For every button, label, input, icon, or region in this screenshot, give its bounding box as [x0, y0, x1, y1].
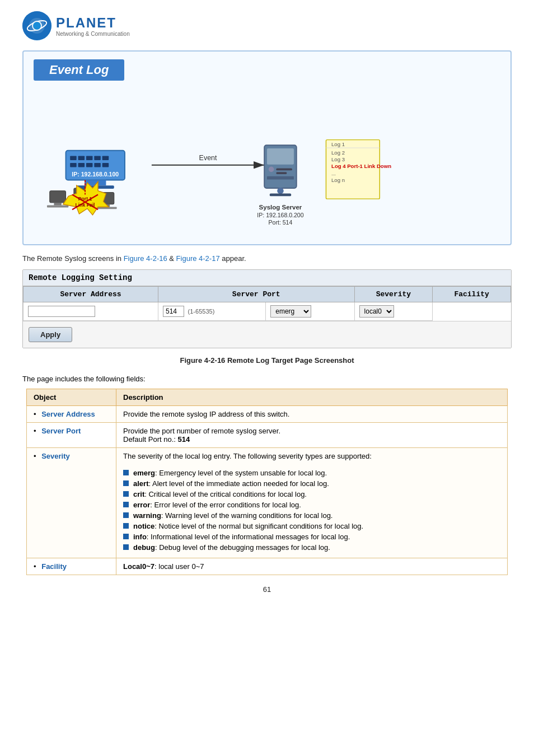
svg-text:...: ... — [331, 170, 336, 176]
fig-link-16[interactable]: Figure 4-2-16 — [124, 254, 167, 263]
obj-col-header: Object — [27, 389, 116, 406]
severity-crit-text: crit: Critical level of the critical con… — [133, 490, 307, 498]
server-address-input[interactable] — [28, 306, 95, 317]
page-number: 61 — [22, 585, 512, 594]
svg-text:Log n: Log n — [331, 177, 345, 183]
logo-area: PLANET Networking & Communication — [22, 11, 512, 40]
svg-rect-16 — [78, 156, 85, 160]
svg-rect-34 — [276, 168, 292, 170]
svg-rect-22 — [86, 163, 93, 167]
obj-cell: • Facility — [27, 558, 116, 575]
svg-point-37 — [277, 188, 284, 194]
severity-intro: The severity of the local log entry. The… — [123, 452, 372, 460]
svg-text:Log 2: Log 2 — [331, 150, 345, 156]
col-facility: Facility — [433, 287, 511, 302]
svg-rect-21 — [78, 163, 85, 167]
svg-rect-15 — [70, 156, 77, 160]
bullet-dot: • — [34, 410, 36, 418]
svg-text:IP: 192.168.0.100: IP: 192.168.0.100 — [72, 171, 119, 178]
default-port-text: Default Port no.: 514 — [123, 435, 190, 444]
desc-text-cell: Provide the port number of remote syslog… — [123, 427, 280, 435]
obj-name: Facility — [41, 562, 67, 571]
col-server-port: Server Port — [158, 287, 354, 302]
svg-text:Syslog Server: Syslog Server — [259, 204, 302, 211]
bullet-square-icon — [123, 480, 129, 486]
obj-cell: • Server Address — [27, 406, 116, 423]
remote-logging-box: Remote Logging Setting Server Address Se… — [22, 269, 512, 348]
diagram-svg: IP: 192.168.0.100 Event — [34, 88, 500, 234]
svg-rect-33 — [269, 167, 274, 172]
svg-rect-7 — [47, 206, 68, 208]
svg-text:Port 1: Port 1 — [78, 196, 92, 202]
severity-error-text: error: Error level of the error conditio… — [133, 501, 301, 509]
desc-col-header: Description — [116, 389, 508, 406]
facility-cell: local0 local1 local2 local3 local4 local… — [354, 302, 433, 321]
bullet-square-icon — [123, 512, 129, 518]
apply-row: Apply — [23, 321, 511, 348]
svg-rect-18 — [94, 156, 101, 160]
remote-logging-table: Server Address Server Port Severity Faci… — [23, 286, 511, 321]
svg-text:Log 4 Port-1 Link Down: Log 4 Port-1 Link Down — [331, 163, 391, 169]
desc-cell: The severity of the local log entry. The… — [116, 448, 508, 558]
severity-item-crit: crit: Critical level of the critical con… — [123, 490, 500, 498]
bullet-square-icon — [123, 491, 129, 497]
object-description-table: Object Description • Server Address Prov… — [26, 389, 508, 575]
severity-item-error: error: Error level of the error conditio… — [123, 501, 500, 509]
svg-text:Port: 514: Port: 514 — [269, 219, 293, 226]
severity-debug-text: debug: Debug level of the debugging mess… — [133, 543, 330, 552]
obj-cell: • Server Port — [27, 423, 116, 448]
severity-item-debug: debug: Debug level of the debugging mess… — [123, 543, 500, 552]
severity-item-alert: alert: Alert level of the immediate acti… — [123, 479, 500, 488]
bullet-dot: • — [34, 427, 36, 435]
svg-text:Link Fail: Link Fail — [76, 202, 95, 208]
server-port-cell: (1-65535) — [158, 302, 265, 321]
svg-rect-36 — [267, 176, 294, 180]
server-address-cell — [24, 302, 158, 321]
server-port-input[interactable] — [163, 306, 184, 317]
desc-text-cell: Provide the remote syslog IP address of … — [123, 410, 289, 418]
table-row: • Server Address Provide the remote sysl… — [27, 406, 508, 423]
svg-text:Event: Event — [199, 154, 217, 162]
svg-text:Log 3: Log 3 — [331, 156, 345, 162]
svg-rect-5 — [50, 191, 66, 203]
svg-rect-24 — [102, 163, 109, 167]
svg-rect-23 — [94, 163, 101, 167]
bullet-dot: • — [34, 562, 36, 571]
desc-cell: Provide the remote syslog IP address of … — [116, 406, 508, 423]
bullet-square-icon — [123, 502, 129, 507]
severity-info-text: info: Informational level of the informa… — [133, 533, 350, 541]
severity-item-warning: warning: Warning level of the warning co… — [123, 511, 500, 520]
logo-text: PLANET Networking & Communication — [56, 15, 130, 37]
facility-select[interactable]: local0 local1 local2 local3 local4 local… — [359, 305, 394, 318]
apply-button[interactable]: Apply — [29, 327, 72, 342]
fields-intro: The page includes the following fields: — [22, 375, 512, 383]
severity-select[interactable]: emerg alert crit error warning notice in… — [270, 305, 311, 318]
obj-name: Server Port — [41, 427, 81, 435]
svg-rect-20 — [70, 163, 77, 167]
svg-rect-32 — [267, 148, 294, 165]
event-log-title: Event Log — [34, 59, 124, 81]
event-log-box: Event Log — [22, 50, 512, 245]
fig-link-17[interactable]: Figure 4-2-17 — [176, 254, 220, 263]
svg-text:Log 1: Log 1 — [331, 141, 345, 147]
svg-rect-35 — [276, 172, 287, 174]
desc-text: The Remote Syslog screens in Figure 4-2-… — [22, 254, 512, 263]
severity-cell: emerg alert crit error warning notice in… — [266, 302, 354, 321]
obj-cell: • Severity — [27, 448, 116, 558]
severity-item-emerg: emerg: Emergency level of the system uns… — [123, 469, 500, 477]
severity-item-info: info: Informational level of the informa… — [123, 533, 500, 541]
obj-name: Server Address — [41, 410, 95, 418]
col-severity: Severity — [354, 287, 433, 302]
facility-desc: Local0~7: local user 0~7 — [123, 562, 204, 571]
svg-rect-38 — [270, 194, 291, 197]
bullet-dot: • — [34, 452, 36, 460]
brand-name: PLANET — [56, 15, 130, 31]
remote-logging-title: Remote Logging Setting — [23, 270, 511, 286]
svg-rect-17 — [86, 156, 93, 160]
bullet-square-icon — [123, 534, 129, 539]
severity-item-notice: notice: Notice level of the normal but s… — [123, 522, 500, 530]
figure-caption-text: Figure 4-2-16 Remote Log Target Page Scr… — [180, 356, 354, 365]
col-server-address: Server Address — [24, 287, 158, 302]
svg-rect-6 — [54, 203, 61, 206]
diagram-area: IP: 192.168.0.100 Event — [34, 88, 500, 234]
